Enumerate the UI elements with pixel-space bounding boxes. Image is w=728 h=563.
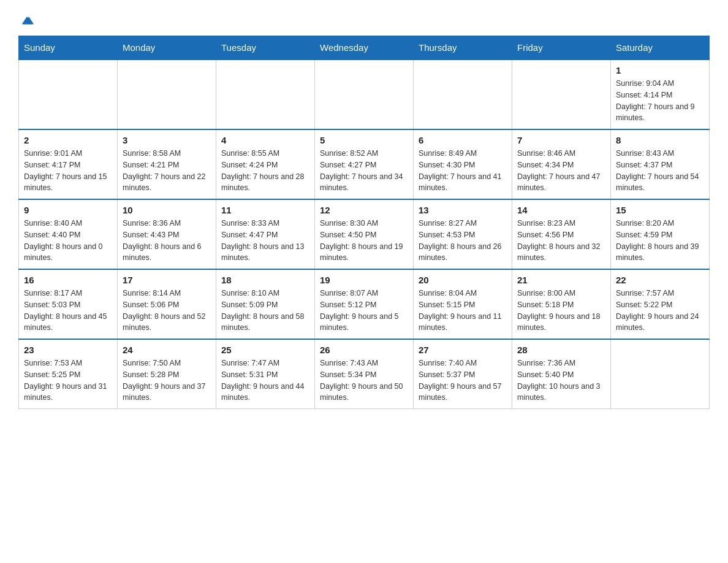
- page-header: [18, 12, 710, 29]
- calendar-header-row: SundayMondayTuesdayWednesdayThursdayFrid…: [19, 36, 710, 60]
- day-header-saturday: Saturday: [611, 36, 710, 60]
- day-info: Sunrise: 7:57 AM Sunset: 5:22 PM Dayligh…: [616, 288, 704, 334]
- calendar-cell: 26Sunrise: 7:43 AM Sunset: 5:34 PM Dayli…: [315, 339, 414, 409]
- calendar-cell: [414, 59, 512, 129]
- calendar-cell: [19, 59, 118, 129]
- day-info: Sunrise: 8:10 AM Sunset: 5:09 PM Dayligh…: [221, 288, 309, 334]
- calendar-cell: 1Sunrise: 9:04 AM Sunset: 4:14 PM Daylig…: [611, 59, 710, 129]
- calendar-cell: [216, 59, 315, 129]
- week-row-1: 1Sunrise: 9:04 AM Sunset: 4:14 PM Daylig…: [19, 59, 710, 129]
- day-info: Sunrise: 8:43 AM Sunset: 4:37 PM Dayligh…: [616, 148, 704, 194]
- calendar-cell: 6Sunrise: 8:49 AM Sunset: 4:30 PM Daylig…: [414, 129, 512, 199]
- calendar-cell: 13Sunrise: 8:27 AM Sunset: 4:53 PM Dayli…: [414, 199, 512, 269]
- day-info: Sunrise: 8:58 AM Sunset: 4:21 PM Dayligh…: [123, 148, 211, 194]
- day-info: Sunrise: 8:46 AM Sunset: 4:34 PM Dayligh…: [517, 148, 605, 194]
- calendar-cell: 9Sunrise: 8:40 AM Sunset: 4:40 PM Daylig…: [19, 199, 118, 269]
- week-row-5: 23Sunrise: 7:53 AM Sunset: 5:25 PM Dayli…: [19, 339, 710, 409]
- calendar-cell: 8Sunrise: 8:43 AM Sunset: 4:37 PM Daylig…: [611, 129, 710, 199]
- day-header-tuesday: Tuesday: [216, 36, 315, 60]
- day-number: 19: [320, 275, 408, 285]
- day-number: 4: [221, 135, 309, 145]
- calendar-cell: 23Sunrise: 7:53 AM Sunset: 5:25 PM Dayli…: [19, 339, 118, 409]
- day-info: Sunrise: 7:40 AM Sunset: 5:37 PM Dayligh…: [419, 358, 507, 404]
- day-info: Sunrise: 8:04 AM Sunset: 5:15 PM Dayligh…: [419, 288, 507, 334]
- day-info: Sunrise: 8:27 AM Sunset: 4:53 PM Dayligh…: [419, 218, 507, 264]
- logo: [18, 12, 38, 29]
- calendar-cell: 7Sunrise: 8:46 AM Sunset: 4:34 PM Daylig…: [512, 129, 611, 199]
- day-info: Sunrise: 8:07 AM Sunset: 5:12 PM Dayligh…: [320, 288, 408, 334]
- day-number: 26: [320, 345, 408, 355]
- calendar-cell: 18Sunrise: 8:10 AM Sunset: 5:09 PM Dayli…: [216, 269, 315, 339]
- day-info: Sunrise: 8:40 AM Sunset: 4:40 PM Dayligh…: [24, 218, 112, 264]
- calendar-cell: 27Sunrise: 7:40 AM Sunset: 5:37 PM Dayli…: [414, 339, 512, 409]
- day-number: 23: [24, 345, 112, 355]
- day-info: Sunrise: 9:04 AM Sunset: 4:14 PM Dayligh…: [616, 78, 704, 124]
- day-info: Sunrise: 7:47 AM Sunset: 5:31 PM Dayligh…: [221, 358, 309, 404]
- day-number: 14: [517, 205, 605, 215]
- day-info: Sunrise: 8:17 AM Sunset: 5:03 PM Dayligh…: [24, 288, 112, 334]
- calendar-cell: 5Sunrise: 8:52 AM Sunset: 4:27 PM Daylig…: [315, 129, 414, 199]
- day-number: 11: [221, 205, 309, 215]
- day-number: 13: [419, 205, 507, 215]
- day-number: 24: [123, 345, 211, 355]
- day-number: 2: [24, 135, 112, 145]
- day-number: 10: [123, 205, 211, 215]
- day-info: Sunrise: 8:20 AM Sunset: 4:59 PM Dayligh…: [616, 218, 704, 264]
- calendar-table: SundayMondayTuesdayWednesdayThursdayFrid…: [18, 36, 710, 409]
- calendar-cell: 21Sunrise: 8:00 AM Sunset: 5:18 PM Dayli…: [512, 269, 611, 339]
- day-info: Sunrise: 9:01 AM Sunset: 4:17 PM Dayligh…: [24, 148, 112, 194]
- day-number: 27: [419, 345, 507, 355]
- day-info: Sunrise: 7:50 AM Sunset: 5:28 PM Dayligh…: [123, 358, 211, 404]
- day-info: Sunrise: 8:52 AM Sunset: 4:27 PM Dayligh…: [320, 148, 408, 194]
- day-number: 18: [221, 275, 309, 285]
- calendar-cell: 28Sunrise: 7:36 AM Sunset: 5:40 PM Dayli…: [512, 339, 611, 409]
- day-number: 16: [24, 275, 112, 285]
- week-row-4: 16Sunrise: 8:17 AM Sunset: 5:03 PM Dayli…: [19, 269, 710, 339]
- day-info: Sunrise: 7:36 AM Sunset: 5:40 PM Dayligh…: [517, 358, 605, 404]
- day-number: 21: [517, 275, 605, 285]
- day-info: Sunrise: 8:49 AM Sunset: 4:30 PM Dayligh…: [419, 148, 507, 194]
- calendar-cell: 19Sunrise: 8:07 AM Sunset: 5:12 PM Dayli…: [315, 269, 414, 339]
- week-row-3: 9Sunrise: 8:40 AM Sunset: 4:40 PM Daylig…: [19, 199, 710, 269]
- logo-icon: [18, 12, 36, 29]
- day-number: 20: [419, 275, 507, 285]
- day-info: Sunrise: 8:30 AM Sunset: 4:50 PM Dayligh…: [320, 218, 408, 264]
- calendar-cell: 16Sunrise: 8:17 AM Sunset: 5:03 PM Dayli…: [19, 269, 118, 339]
- calendar-cell: 15Sunrise: 8:20 AM Sunset: 4:59 PM Dayli…: [611, 199, 710, 269]
- day-number: 12: [320, 205, 408, 215]
- day-number: 15: [616, 205, 704, 215]
- day-info: Sunrise: 8:55 AM Sunset: 4:24 PM Dayligh…: [221, 148, 309, 194]
- day-info: Sunrise: 8:14 AM Sunset: 5:06 PM Dayligh…: [123, 288, 211, 334]
- day-info: Sunrise: 8:36 AM Sunset: 4:43 PM Dayligh…: [123, 218, 211, 264]
- day-header-wednesday: Wednesday: [315, 36, 414, 60]
- calendar-cell: 24Sunrise: 7:50 AM Sunset: 5:28 PM Dayli…: [118, 339, 216, 409]
- day-header-friday: Friday: [512, 36, 611, 60]
- calendar-cell: [118, 59, 216, 129]
- calendar-cell: 14Sunrise: 8:23 AM Sunset: 4:56 PM Dayli…: [512, 199, 611, 269]
- day-info: Sunrise: 8:00 AM Sunset: 5:18 PM Dayligh…: [517, 288, 605, 334]
- calendar-cell: 10Sunrise: 8:36 AM Sunset: 4:43 PM Dayli…: [118, 199, 216, 269]
- day-header-monday: Monday: [118, 36, 216, 60]
- calendar-cell: 20Sunrise: 8:04 AM Sunset: 5:15 PM Dayli…: [414, 269, 512, 339]
- day-number: 17: [123, 275, 211, 285]
- calendar-cell: [315, 59, 414, 129]
- day-number: 25: [221, 345, 309, 355]
- day-number: 28: [517, 345, 605, 355]
- day-number: 5: [320, 135, 408, 145]
- week-row-2: 2Sunrise: 9:01 AM Sunset: 4:17 PM Daylig…: [19, 129, 710, 199]
- day-info: Sunrise: 8:33 AM Sunset: 4:47 PM Dayligh…: [221, 218, 309, 264]
- calendar-cell: 3Sunrise: 8:58 AM Sunset: 4:21 PM Daylig…: [118, 129, 216, 199]
- day-number: 22: [616, 275, 704, 285]
- day-header-thursday: Thursday: [414, 36, 512, 60]
- calendar-cell: [512, 59, 611, 129]
- day-info: Sunrise: 8:23 AM Sunset: 4:56 PM Dayligh…: [517, 218, 605, 264]
- day-info: Sunrise: 7:43 AM Sunset: 5:34 PM Dayligh…: [320, 358, 408, 404]
- day-info: Sunrise: 7:53 AM Sunset: 5:25 PM Dayligh…: [24, 358, 112, 404]
- calendar-cell: 4Sunrise: 8:55 AM Sunset: 4:24 PM Daylig…: [216, 129, 315, 199]
- day-header-sunday: Sunday: [19, 36, 118, 60]
- calendar-cell: [611, 339, 710, 409]
- calendar-cell: 17Sunrise: 8:14 AM Sunset: 5:06 PM Dayli…: [118, 269, 216, 339]
- calendar-cell: 25Sunrise: 7:47 AM Sunset: 5:31 PM Dayli…: [216, 339, 315, 409]
- calendar-cell: 11Sunrise: 8:33 AM Sunset: 4:47 PM Dayli…: [216, 199, 315, 269]
- calendar-cell: 2Sunrise: 9:01 AM Sunset: 4:17 PM Daylig…: [19, 129, 118, 199]
